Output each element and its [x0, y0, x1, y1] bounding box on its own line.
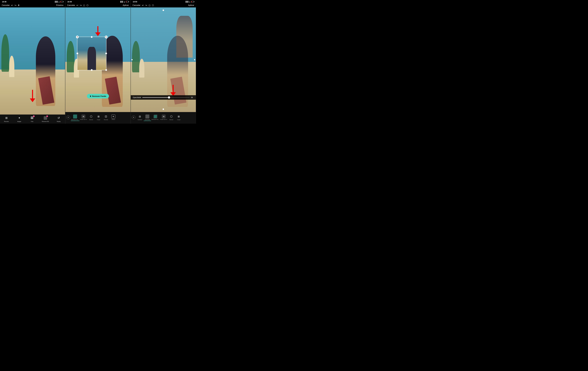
room-photo-1 [0, 7, 65, 114]
overlay-rotate[interactable]: ↻ [105, 36, 107, 38]
apply-btn-3[interactable]: Aplicar [188, 4, 194, 6]
cancel-btn-1[interactable]: Cancelar [2, 4, 10, 6]
time-1: 18:48 [2, 1, 6, 3]
efeitos-icon: fx [113, 116, 114, 117]
next-btn-1[interactable]: Próximo [56, 4, 63, 6]
undo-icon-3[interactable]: ↩ [142, 4, 144, 7]
replay-icon: ↺ [58, 116, 60, 120]
panel-1: 18:48 ▐▐▐ ▲ Cancelar ↩ ↪ ⬇ Próximo [0, 0, 65, 124]
redo-icon-1[interactable]: ↪ [14, 4, 16, 7]
toolbar-2: Cancelar ↩ ↪ ◻ ⬡ Aplicar [65, 3, 130, 7]
bottom-toolbar-2: + Remover Fun... AI Fundo com IA ⬡ [65, 112, 130, 124]
recortar-label: Recortar [4, 121, 9, 122]
opacity-slider-fill [142, 97, 169, 98]
opacity-section: Opacidade 58 [131, 95, 196, 100]
handle-right[interactable] [105, 52, 107, 54]
substituir-icon: ⊟ [139, 115, 141, 118]
add-tool-btn-3[interactable]: + [132, 115, 136, 119]
erase-icon-2[interactable]: ◻ [83, 4, 85, 7]
battery-icon-3 [191, 1, 194, 2]
wifi-icon-3: ▲ [189, 1, 190, 3]
control-point-top[interactable] [163, 10, 164, 11]
handle-top[interactable] [91, 36, 93, 38]
wifi-icon-2: ▲ [124, 1, 125, 3]
handle-br[interactable] [105, 69, 107, 71]
scroll-tool-substituir[interactable]: ⊟ Substituir [136, 114, 144, 121]
scroll-tool-removerfundo3[interactable]: Remover Fun... [151, 114, 160, 121]
undo-icon-2[interactable]: ↩ [76, 4, 78, 7]
status-bar-1: 18:48 ▐▐▐ ▲ [0, 0, 65, 3]
recortar-icon: ⊞ [5, 116, 8, 120]
panel-3: 18:50 ▐▐▐ ▲ Cancelar ↩ ↪ ◻ ⬡ Aplicar [131, 0, 196, 124]
tool-foto[interactable]: 🖼 Foto [29, 115, 35, 122]
layers-icon-3[interactable]: ⬡ [152, 4, 154, 7]
time-2: 18:49 [67, 1, 72, 3]
scroll-tool-opacidade[interactable]: Opacidade [144, 114, 151, 121]
crown-icon: ♛ [90, 95, 91, 97]
removerbg-badge [46, 115, 48, 117]
image-area-1 [0, 7, 65, 114]
control-point-right[interactable] [194, 59, 195, 60]
scroll-tool-removerfundo[interactable]: Remover Fun... [71, 114, 79, 121]
scroll-tool-fundoia3[interactable]: AI Fundo com IA [160, 114, 168, 121]
scroll-tool-fundoia[interactable]: AI Fundo com IA [79, 114, 87, 121]
cropar-label: Cropar [97, 119, 100, 120]
tool-recortar[interactable]: ⊞ Recortar [3, 115, 10, 122]
battery-icon-2 [126, 1, 128, 2]
opacidade-icon [145, 114, 149, 118]
scroll-tool-recortar2[interactable]: ⊡ Recortar [102, 114, 110, 121]
cancel-btn-2[interactable]: Cancelar [67, 4, 75, 6]
scroll-tool-efeitos[interactable]: fx Efeitos [110, 114, 117, 121]
handle-left[interactable] [76, 52, 78, 54]
signal-icon-2: ▐▐▐ [120, 1, 123, 3]
time-3: 18:50 [133, 1, 137, 3]
recortar2-icon: ⊡ [105, 115, 107, 118]
image-area-3: Opacidade 58 [131, 7, 196, 112]
removerfundo-icon [73, 114, 77, 118]
opacity-slider-thumb[interactable] [168, 96, 170, 99]
opacity-slider[interactable] [142, 97, 190, 98]
scroll-tool-mesclar[interactable]: ⬡ Mesclar [87, 114, 95, 121]
foto-label: Foto [31, 121, 33, 122]
tool-replay[interactable]: ↺ Replay [56, 115, 62, 122]
tool-removerbg[interactable]: Remover BG [42, 115, 49, 122]
foto-badge [33, 115, 35, 117]
status-icons-1: ▐▐▐ ▲ [54, 1, 63, 3]
redo-icon-3[interactable]: ↪ [145, 4, 147, 7]
apagar-label: Apagar [17, 121, 21, 122]
handle-bottom[interactable] [91, 69, 93, 71]
overlay-image[interactable]: ✕ ↻ [77, 37, 106, 70]
toolbar-3: Cancelar ↩ ↪ ◻ ⬡ Aplicar [131, 3, 196, 7]
substituir-label: Substituir [137, 119, 142, 120]
tool-apagar[interactable]: ✦ Apagar [16, 115, 22, 122]
mesclar3-icon: ⬡ [170, 115, 172, 118]
redo-icon-2[interactable]: ↪ [80, 4, 82, 7]
scroll-tool-mesclar3[interactable]: ⬡ Mesclar [168, 114, 175, 121]
cropar3-label: Cropar [177, 119, 180, 120]
remover-fundo-btn[interactable]: ♛ Remover Fundo [87, 94, 109, 98]
removerfundo3-label: Remover Fun... [152, 119, 159, 120]
cropar3-icon: ⊞ [178, 115, 180, 118]
overlay-close[interactable]: ✕ [76, 36, 79, 38]
cancel-btn-3[interactable]: Cancelar [133, 4, 140, 6]
undo-icon-1[interactable]: ↩ [11, 4, 13, 7]
opacidade-label: Opacidade [145, 119, 150, 120]
fundoia-label: Fundo com IA [80, 119, 87, 120]
mesclar-label: Mesclar [89, 119, 93, 120]
erase-icon-3[interactable]: ◻ [149, 4, 150, 7]
fundoia-icon: AI [83, 116, 84, 117]
scroll-tool-cropar3[interactable]: ⊞ Cropar [175, 114, 182, 121]
layers-icon-2[interactable]: ⬡ [86, 4, 88, 7]
replay-label: Replay [57, 121, 61, 122]
add-tool-btn-2[interactable]: + [66, 115, 70, 119]
apply-btn-2[interactable]: Aplicar [123, 4, 129, 6]
removerfundo3-icon [154, 115, 157, 118]
control-point-left[interactable] [131, 59, 133, 60]
scroll-tool-cropar[interactable]: ⊞ Cropar [95, 114, 102, 121]
battery-icon-1 [60, 1, 63, 2]
control-point-bottom[interactable] [163, 108, 164, 110]
opacity-label: Opacidade [133, 96, 141, 98]
download-icon-1[interactable]: ⬇ [18, 4, 20, 7]
panel-2: 18:49 ▐▐▐ ▲ Cancelar ↩ ↪ ◻ ⬡ Aplicar [65, 0, 131, 124]
toolbar-1: Cancelar ↩ ↪ ⬇ Próximo [0, 3, 65, 7]
